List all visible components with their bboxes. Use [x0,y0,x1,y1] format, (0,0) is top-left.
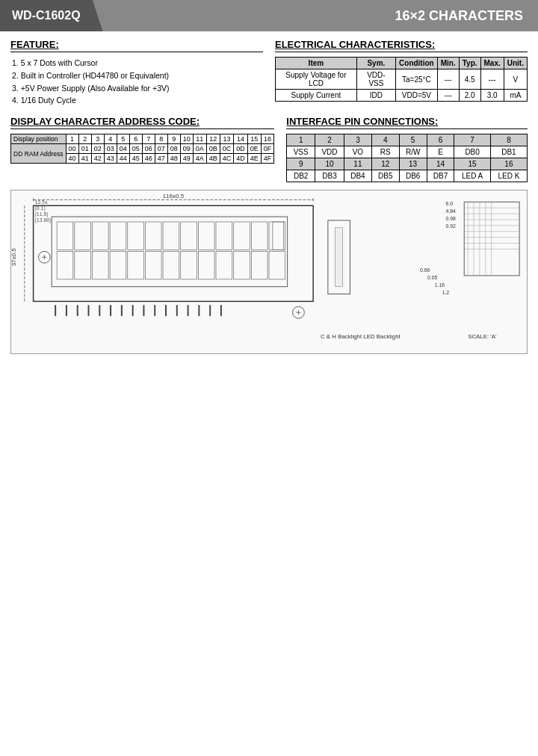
svg-rect-23 [181,252,197,279]
svg-rect-11 [216,222,232,250]
svg-text:1.16: 1.16 [435,282,445,288]
elec-r2-sym: IDD [356,90,395,102]
elec-r1-min: --- [437,69,459,90]
elec-r2-item: Supply Current [276,90,357,102]
elec-r1-cond: Ta=25°C [396,69,438,90]
svg-text:(13.86): (13.86) [35,217,52,223]
svg-text:0.92: 0.92 [446,223,457,229]
main-content: FEATURE: 1. 5 x 7 Dots with Cursor 2. Bu… [0,31,538,362]
svg-rect-26 [234,252,250,279]
svg-text:0.05: 0.05 [427,275,438,280]
svg-rect-8 [163,222,179,250]
top-section: FEATURE: 1. 5 x 7 Dots with Cursor 2. Bu… [10,39,528,107]
position-label: Display position [11,134,67,144]
position-row: Display position 1 2 3 4 5 6 7 8 9 10 11… [11,134,274,144]
elec-r2-cond: VDD=5V [396,90,438,102]
feature-item-1: 1. 5 x 7 Dots with Cursor [12,57,263,69]
elec-col-typ: Typ. [459,58,480,69]
svg-rect-17 [75,252,91,279]
interface-pin-title: INTERFACE PIN CONNECTIONS: [286,116,528,129]
svg-rect-59 [464,202,519,276]
elec-col-cond: Condition [396,58,438,69]
svg-rect-25 [216,252,232,279]
electrical-table: Item Sym. Condition Min. Typ. Max. Unit.… [275,57,528,102]
feature-item-3: 3. +5V Power Supply (Also Available for … [12,82,263,95]
svg-rect-27 [251,252,268,279]
svg-rect-18 [92,252,108,279]
svg-rect-3 [75,222,91,250]
page-header: WD-C1602Q 16×2 CHARACTERS [0,0,538,31]
svg-rect-9 [181,222,197,250]
svg-rect-6 [128,222,144,250]
svg-text:0.66: 0.66 [420,267,430,273]
ddram-line1-row: DD RAM Address 00 01 02 03 04 05 06 07 0… [11,144,274,154]
elec-r2-unit: mA [504,90,527,102]
pin-num-row-bot: 9 10 11 12 13 14 15 16 [287,158,528,170]
svg-text:C & H Backlight LED Backlight: C & H Backlight LED Backlight [321,333,401,340]
electrical-title: ELECTRICAL CHARACTERISTICS: [275,39,528,52]
svg-text:13.5±: 13.5± [35,200,48,205]
elec-r1-unit: V [504,69,527,90]
ddram-label: DD RAM Address [11,144,67,164]
feature-item-4: 4. 1/16 Duty Cycle [12,94,263,107]
elec-r1-item: Supply Voltage for LCD [276,69,357,90]
svg-rect-7 [145,222,161,250]
svg-rect-20 [128,252,144,279]
pin-num-row-top: 1 2 3 4 5 6 7 8 [287,134,528,146]
technical-diagram: 116±0.5 37±0.5 [10,190,528,354]
elec-col-min: Min. [437,58,459,69]
elec-r1-sym: VDD-VSS [356,69,395,90]
svg-rect-5 [110,222,126,250]
svg-rect-24 [198,252,214,279]
display-addr-table: Display position 1 2 3 4 5 6 7 8 9 10 11… [10,134,274,164]
svg-rect-58 [336,228,343,287]
display-char-section: DISPLAY CHARACTER ADDRESS CODE: Display … [10,116,274,182]
elec-col-item: Item [276,58,357,69]
page-title: 16×2 CHARACTERS [380,0,538,31]
svg-rect-22 [163,252,179,279]
svg-rect-13 [251,222,268,250]
elec-r2-typ: 2.0 [459,90,480,102]
svg-rect-2 [57,222,73,250]
svg-text:4.84: 4.84 [446,208,457,214]
svg-rect-19 [110,252,126,279]
svg-text:116±0.5: 116±0.5 [163,193,185,200]
svg-text:(0.1): (0.1) [35,205,46,211]
feature-item-2: 2. Built in Controller (HD44780 or Equiv… [12,69,263,82]
svg-rect-15 [273,222,284,250]
elec-col-sym: Sym. [356,58,395,69]
elec-r1-typ: 4.5 [459,69,480,90]
svg-rect-28 [269,252,285,279]
svg-text:SCALE: 'A': SCALE: 'A' [468,333,497,340]
feature-list: 1. 5 x 7 Dots with Cursor 2. Built in Co… [10,57,263,107]
elec-row-2: Supply Current IDD VDD=5V --- 2.0 3.0 mA [276,90,528,102]
elec-r2-max: 3.0 [480,90,504,102]
svg-rect-4 [92,222,108,250]
svg-rect-12 [234,222,250,250]
svg-rect-21 [145,252,161,279]
elec-row-1: Supply Voltage for LCD VDD-VSS Ta=25°C -… [276,69,528,90]
diagram-svg: 116±0.5 37±0.5 [11,190,527,353]
electrical-section: ELECTRICAL CHARACTERISTICS: Item Sym. Co… [275,39,528,107]
pin-name-row-bot: DB2 DB3 DB4 DB5 DB6 DB7 LED A LED K [287,170,528,182]
elec-r1-max: --- [480,69,504,90]
svg-rect-0 [34,205,314,301]
svg-text:37±0.5: 37±0.5 [11,248,17,267]
svg-text:(11.6): (11.6) [35,211,49,217]
svg-rect-16 [57,252,73,279]
svg-text:1.2: 1.2 [442,290,450,295]
svg-rect-1 [52,217,287,287]
feature-title: FEATURE: [10,39,263,52]
svg-rect-14 [269,222,285,250]
svg-text:0.98: 0.98 [446,216,457,221]
model-label: WD-C1602Q [0,0,103,31]
bottom-section: DISPLAY CHARACTER ADDRESS CODE: Display … [10,116,528,182]
elec-col-max: Max. [480,58,504,69]
pin-table: 1 2 3 4 5 6 7 8 VSS VDD VO RS R/W [286,134,528,182]
pin-name-row-top: VSS VDD VO RS R/W E DB0 DB1 [287,146,528,158]
interface-pin-section: INTERFACE PIN CONNECTIONS: 1 2 3 4 5 6 7… [286,116,528,182]
display-char-title: DISPLAY CHARACTER ADDRESS CODE: [10,116,274,129]
elec-col-unit: Unit. [504,58,527,69]
svg-text:6.0: 6.0 [446,201,454,206]
svg-rect-10 [198,222,214,250]
